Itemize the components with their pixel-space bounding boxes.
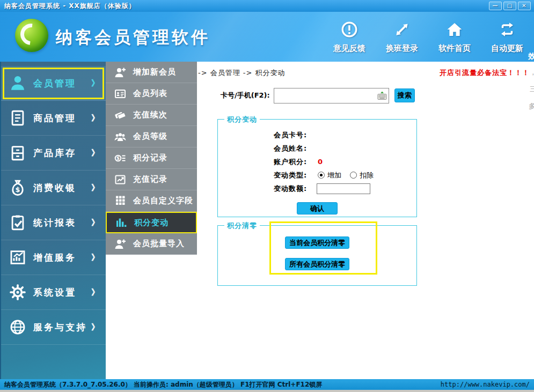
sidebar-item-support[interactable]: 服务与支持 》: [1, 310, 106, 345]
sidebar-item-settings[interactable]: 系统设置 》: [1, 275, 106, 310]
cashier-icon: $: [9, 179, 33, 197]
feedback-icon: [340, 20, 359, 41]
clipped-text-fragment: 多: [529, 101, 534, 111]
submenu-item-member-level[interactable]: 会员等级: [106, 126, 197, 147]
header-actions: 意见反馈 换班登录 软件首页 自动更新: [330, 20, 526, 54]
submenu-item-label: 会员自定义字段: [133, 196, 193, 206]
value-added-icon: [9, 248, 33, 267]
submenu-item-label: 积分记录: [133, 153, 167, 163]
window-controls: — □ ✕: [489, 2, 531, 10]
points-change-legend: 积分变动: [224, 115, 260, 124]
submenu-item-member-list[interactable]: 会员列表: [106, 83, 197, 105]
submenu-item-points-change[interactable]: 积分变动: [106, 212, 197, 233]
window-title: 纳客会员管理系统 - XX旗舰店（体验版）: [4, 2, 136, 10]
chevron-right-icon: 》: [91, 322, 99, 332]
sidebar-item-product-inventory[interactable]: 产品库存 》: [1, 136, 106, 171]
auto-update-icon: [498, 20, 516, 41]
status-url-link[interactable]: http://www.nakevip.com/: [441, 381, 530, 388]
member-card-label: 会员卡号:: [274, 130, 317, 140]
announcement-link[interactable]: 开店引流量必备法宝！！！: [440, 68, 530, 78]
home-label: 软件首页: [438, 43, 471, 54]
window-bottom-edge: [0, 390, 534, 392]
confirm-button[interactable]: 确认: [297, 202, 338, 215]
chevron-right-icon: 》: [91, 253, 99, 263]
add-member-icon: [114, 66, 133, 79]
points-reset-legend: 积分清零: [224, 221, 260, 231]
breadcrumb: -> 会员管理 -> 积分变动: [198, 68, 286, 78]
radio-deduct[interactable]: [350, 172, 357, 179]
report-icon: [9, 213, 33, 232]
change-amount-label: 变动数额:: [274, 184, 317, 194]
submenu-item-label: 积分变动: [134, 218, 169, 228]
custom-fields-icon: [114, 195, 133, 208]
sidebar-item-label: 增值服务: [33, 252, 91, 264]
logo-text: 纳客会员管理软件: [56, 26, 210, 49]
card-search-input[interactable]: [274, 88, 389, 103]
sidebar-item-label: 统计报表: [33, 217, 91, 229]
search-button[interactable]: 搜索: [394, 88, 415, 102]
points-change-icon: [115, 216, 134, 229]
radio-increase-label[interactable]: 增加: [327, 171, 341, 180]
maximize-button[interactable]: □: [503, 2, 516, 10]
account-points-value: 0: [318, 158, 323, 166]
points-record-icon: $: [114, 152, 133, 165]
app-header: 纳客会员管理软件 意见反馈 换班登录 软件首页: [0, 12, 534, 62]
shift-login-button[interactable]: 换班登录: [383, 20, 421, 54]
sidebar-item-goods-management[interactable]: 商品管理 》: [1, 101, 106, 136]
clipped-text-fragment: ，: [530, 68, 534, 77]
radio-deduct-label[interactable]: 扣除: [360, 171, 374, 180]
reset-all-members-button[interactable]: 所有会员积分清零: [285, 258, 349, 270]
close-button[interactable]: ✕: [518, 2, 531, 10]
submenu-item-batch-import[interactable]: 会员批量导入: [106, 233, 197, 255]
titlebar: 纳客会员管理系统 - XX旗舰店（体验版） — □ ✕: [0, 0, 534, 12]
auto-update-button[interactable]: 自动更新: [488, 20, 526, 54]
auto-update-label: 自动更新: [491, 43, 523, 54]
chevron-right-icon: 》: [91, 183, 99, 193]
settings-icon: [9, 283, 33, 301]
member-list-icon: [114, 87, 133, 100]
account-points-label: 账户积分:: [274, 157, 317, 167]
radio-increase[interactable]: [318, 172, 325, 179]
submenu-item-label: 会员列表: [133, 88, 167, 99]
submenu-item-custom-fields[interactable]: 会员自定义字段: [106, 190, 197, 212]
feedback-button[interactable]: 意见反馈: [330, 20, 369, 54]
status-bar: 纳客会员管理系统（7.3.7.0_7.05.26.0） 当前操作员: admin…: [0, 379, 534, 390]
submenu-item-label: 增加新会员: [133, 67, 176, 77]
member-name-label: 会员姓名:: [274, 144, 317, 153]
submenu-item-points-record[interactable]: $ 积分记录: [106, 147, 197, 169]
home-button[interactable]: 软件首页: [435, 20, 474, 54]
feedback-label: 意见反馈: [333, 43, 365, 54]
sidebar-item-label: 系统设置: [33, 286, 91, 299]
keyboard-icon[interactable]: [377, 91, 387, 100]
submenu-item-add-member[interactable]: 增加新会员: [106, 62, 197, 83]
goods-icon: [9, 109, 33, 127]
svg-text:$: $: [116, 156, 120, 161]
sidebar-item-label: 产品库存: [33, 147, 91, 159]
submenu-item-recharge-times[interactable]: 充值续次: [106, 105, 197, 126]
sidebar-item-member-management[interactable]: 会员管理 》: [1, 66, 106, 101]
chevron-right-icon: 》: [91, 113, 99, 123]
chevron-right-icon: 》: [91, 78, 99, 88]
sidebar-item-reports[interactable]: 统计报表 》: [1, 205, 106, 240]
submenu-item-recharge-record[interactable]: 充值记录: [106, 169, 197, 190]
submenu-item-label: 会员等级: [133, 131, 167, 142]
sidebar-item-label: 商品管理: [33, 112, 91, 124]
status-left-text: 纳客会员管理系统（7.3.7.0_7.05.26.0） 当前操作员: admin…: [4, 380, 322, 389]
shift-login-icon: [393, 20, 411, 41]
submenu-item-label: 充值续次: [133, 110, 167, 120]
batch-import-icon: [114, 238, 133, 250]
minimize-button[interactable]: —: [489, 2, 502, 10]
app-window: 纳客会员管理系统 - XX旗舰店（体验版） — □ ✕ 纳客会员管理软件 意见反…: [0, 0, 534, 392]
chevron-right-icon: 》: [91, 218, 99, 228]
home-icon: [445, 20, 464, 41]
sidebar-item-cashier[interactable]: $ 消费收银 》: [1, 171, 106, 205]
change-amount-input[interactable]: [317, 183, 370, 194]
chevron-right-icon: 》: [91, 148, 99, 158]
submenu-item-label: 充值记录: [133, 174, 167, 184]
sidebar-nav: 会员管理 》 商品管理 》 产品库存 》 $ 消费收银 》: [0, 62, 106, 379]
reset-current-member-button[interactable]: 当前会员积分清零: [285, 236, 349, 249]
sidebar-item-label: 会员管理: [33, 77, 91, 90]
sidebar-item-value-added[interactable]: 增值服务 》: [1, 240, 106, 275]
points-change-panel: 积分变动 会员卡号: 会员姓名: 账户积分: 0 变动类型: 增加 扣除: [217, 119, 417, 217]
recharge-record-icon: [114, 173, 133, 186]
